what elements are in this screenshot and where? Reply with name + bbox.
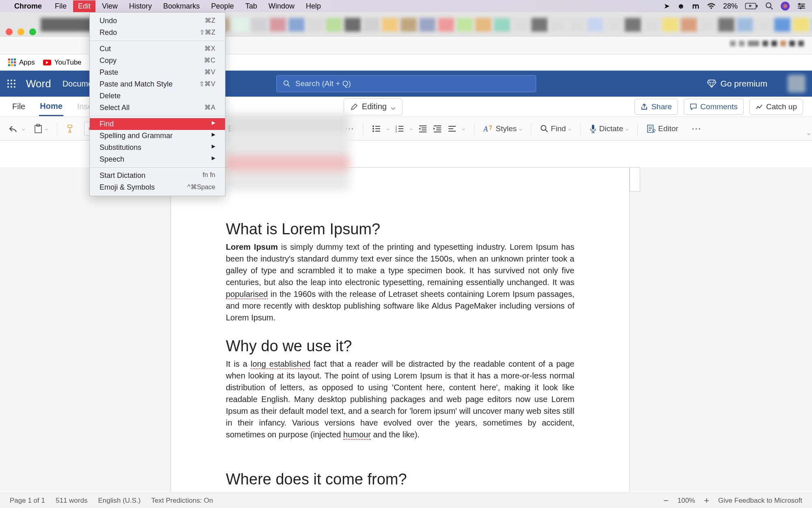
numbered-list-button[interactable]: 123	[395, 125, 404, 133]
language[interactable]: English (U.S.)	[98, 497, 141, 505]
paragraph-3: Contrary to popular belief, Lorem Ipsum …	[226, 491, 574, 492]
svg-point-2	[766, 3, 771, 8]
bullet-list-button[interactable]	[372, 125, 381, 133]
menu-spelling[interactable]: Spelling and Grammar▶	[90, 130, 225, 142]
menu-view[interactable]: View	[97, 0, 123, 12]
zoom-out-button[interactable]: −	[663, 495, 669, 506]
paragraph-1: Lorem Ipsum is simply dummy text of the …	[226, 241, 574, 324]
editing-mode-label: Editing	[362, 102, 387, 111]
editor-button[interactable]: Editor	[647, 124, 678, 133]
menu-cut[interactable]: Cut⌘X	[90, 43, 225, 55]
siri-icon[interactable]	[781, 2, 790, 11]
align-button[interactable]	[448, 125, 457, 133]
youtube-bookmark[interactable]: YouTube	[43, 58, 82, 67]
apps-shortcut[interactable]: Apps	[8, 58, 35, 67]
active-app-name[interactable]: Chrome	[14, 2, 42, 11]
more-ribbon-button[interactable]: ⋯	[691, 123, 701, 134]
menu-substitutions[interactable]: Substitutions▶	[90, 142, 225, 153]
heading-3: Where does it come from?	[226, 471, 574, 488]
battery-icon[interactable]	[745, 3, 758, 9]
status-icon[interactable]: ➤	[664, 2, 670, 11]
heading-1: What is Lorem Ipsum?	[226, 220, 574, 238]
page-count[interactable]: Page 1 of 1	[10, 497, 45, 505]
collapse-ribbon-icon[interactable]: ⌵	[807, 130, 810, 136]
app-launcher-icon[interactable]	[6, 79, 16, 89]
document-page[interactable]: What is Lorem Ipsum? Lorem Ipsum is simp…	[171, 167, 630, 492]
wifi-icon[interactable]	[707, 3, 716, 9]
search-icon	[283, 80, 290, 87]
format-painter-button[interactable]	[66, 124, 75, 133]
menu-separator	[90, 167, 225, 168]
menu-copy[interactable]: Copy⌘C	[90, 55, 225, 67]
minimize-window-button[interactable]	[17, 28, 24, 35]
youtube-label: YouTube	[54, 58, 82, 67]
paste-button[interactable]: ⌵	[34, 124, 48, 134]
menu-edit[interactable]: Edit	[73, 0, 95, 12]
svg-point-10	[7, 80, 9, 81]
svg-point-9	[800, 7, 802, 9]
styles-button[interactable]: A Styles⌵	[483, 124, 522, 133]
zoom-level[interactable]: 100%	[678, 497, 695, 505]
undo-button[interactable]: ⌵	[9, 125, 25, 133]
youtube-icon	[43, 60, 51, 65]
catchup-button[interactable]: Catch up	[749, 99, 803, 115]
menu-history[interactable]: History	[124, 0, 157, 12]
decrease-indent-button[interactable]	[418, 125, 427, 133]
menu-people[interactable]: People	[206, 0, 239, 12]
svg-text:A: A	[483, 125, 488, 133]
word-statusbar: Page 1 of 1 511 words English (U.S.) Tex…	[0, 493, 812, 508]
maximize-window-button[interactable]	[29, 28, 36, 35]
menu-emoji[interactable]: Emoji & Symbols^⌘Space	[90, 182, 225, 193]
spotlight-icon[interactable]	[765, 2, 773, 10]
ruler-handle[interactable]	[630, 167, 640, 192]
chevron-down-icon: ⌵	[391, 102, 396, 112]
apps-label: Apps	[19, 58, 35, 67]
svg-point-16	[7, 86, 9, 88]
menu-dictation[interactable]: Start Dictationfn fn	[90, 170, 225, 182]
editor-label: Editor	[658, 124, 678, 133]
menu-bookmarks[interactable]: Bookmarks	[158, 0, 205, 12]
menu-paste-match[interactable]: Paste and Match Style⇧⌘V	[90, 78, 225, 90]
editing-mode-dropdown[interactable]: Editing ⌵	[344, 98, 403, 115]
svg-text:3: 3	[395, 130, 397, 133]
word-search-box[interactable]: Search (Alt + Q)	[276, 75, 536, 92]
tab-home[interactable]: Home	[39, 97, 63, 116]
zoom-in-button[interactable]: +	[704, 495, 709, 506]
share-button[interactable]: Share	[634, 99, 678, 115]
go-premium-button[interactable]: Go premium	[707, 79, 767, 89]
status-icon[interactable]: ⅿ	[692, 2, 699, 11]
menu-separator	[90, 116, 225, 116]
increase-indent-button[interactable]	[433, 125, 442, 133]
menu-tab[interactable]: Tab	[240, 0, 262, 12]
svg-point-12	[14, 80, 15, 81]
menu-delete[interactable]: Delete	[90, 90, 225, 102]
menu-help[interactable]: Help	[301, 0, 326, 12]
control-center-icon[interactable]	[797, 3, 806, 9]
microphone-icon	[589, 124, 597, 134]
feedback-link[interactable]: Give Feedback to Microsoft	[718, 497, 802, 505]
comments-button[interactable]: Comments	[684, 99, 744, 115]
editor-icon	[647, 124, 656, 133]
macos-menubar: Chrome File Edit View History Bookmarks …	[0, 0, 812, 12]
dictate-label: Dictate	[599, 124, 623, 133]
user-avatar[interactable]	[788, 75, 806, 93]
menu-find[interactable]: Find▶	[90, 118, 225, 130]
find-button[interactable]: Find⌵	[540, 124, 571, 133]
menu-select-all[interactable]: Select All⌘A	[90, 102, 225, 114]
menu-undo[interactable]: Undo⌘Z	[90, 15, 225, 27]
status-icon[interactable]: ☻	[677, 2, 685, 11]
catchup-label: Catch up	[766, 102, 797, 111]
word-app-name[interactable]: Word	[26, 78, 51, 90]
svg-point-14	[11, 83, 12, 84]
dictate-button[interactable]: Dictate⌵	[589, 124, 628, 134]
text-predictions[interactable]: Text Predictions: On	[151, 497, 213, 505]
menu-redo[interactable]: Redo⇧⌘Z	[90, 27, 225, 39]
menu-window[interactable]: Window	[264, 0, 299, 12]
menu-paste[interactable]: Paste⌘V	[90, 67, 225, 78]
word-count[interactable]: 511 words	[56, 497, 87, 505]
menu-file[interactable]: File	[50, 0, 71, 12]
apps-grid-icon	[8, 58, 16, 66]
close-window-button[interactable]	[6, 28, 13, 35]
menu-speech[interactable]: Speech▶	[90, 153, 225, 165]
tab-file[interactable]: File	[11, 98, 26, 115]
